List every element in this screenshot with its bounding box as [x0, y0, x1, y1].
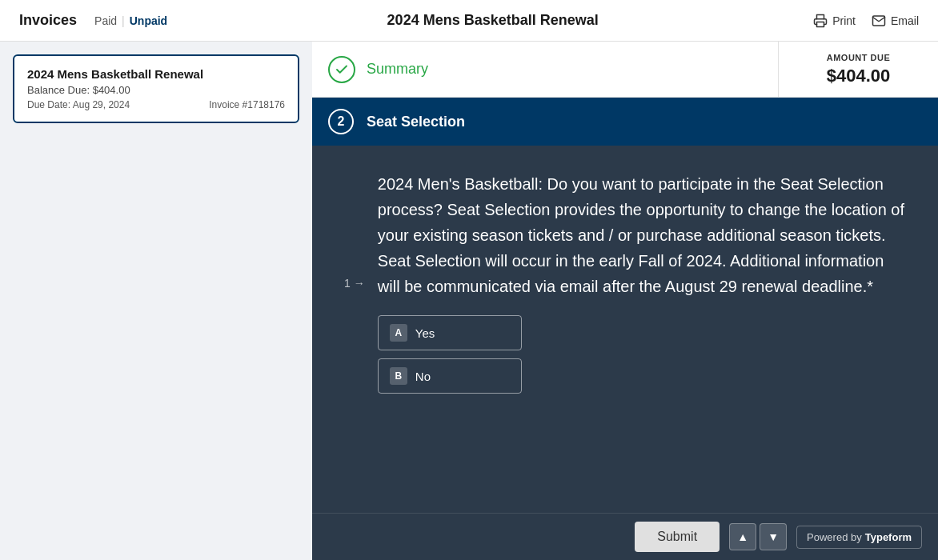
- step-number: 2: [328, 109, 354, 134]
- invoice-card[interactable]: 2024 Mens Basketball Renewal Balance Due…: [13, 54, 299, 123]
- main-layout: 2024 Mens Basketball Renewal Balance Due…: [0, 42, 938, 560]
- check-icon: [335, 62, 349, 77]
- invoice-number: Invoice #1718176: [209, 99, 285, 110]
- typeform-content: 1 → 2024 Men's Basketball: Do you want t…: [312, 146, 938, 513]
- arrow-icon: →: [354, 277, 365, 290]
- question-number: 1 →: [344, 171, 365, 394]
- email-button[interactable]: Email: [872, 14, 919, 28]
- submit-button[interactable]: Submit: [635, 522, 720, 552]
- seat-selection-header: 2 Seat Selection: [312, 98, 938, 146]
- check-circle: [328, 56, 355, 83]
- nav-arrows: ▲ ▼: [729, 523, 787, 550]
- nav-down-button[interactable]: ▼: [760, 523, 787, 550]
- paid-unpaid-filter: Paid | Unpaid: [90, 14, 172, 27]
- top-header: Invoices Paid | Unpaid 2024 Mens Basketb…: [0, 0, 938, 42]
- summary-left: Summary: [312, 43, 778, 96]
- option-no[interactable]: B No: [378, 358, 522, 394]
- email-icon: [872, 14, 886, 28]
- nav-down-icon: ▼: [768, 530, 779, 543]
- option-yes-label: Yes: [415, 326, 435, 340]
- header-actions: Print Email: [813, 14, 919, 28]
- nav-up-icon: ▲: [737, 530, 748, 543]
- invoice-card-balance: Balance Due: $404.00: [27, 84, 285, 96]
- page-title: 2024 Mens Basketball Renewal: [387, 12, 599, 29]
- option-yes[interactable]: A Yes: [378, 315, 522, 350]
- options-list: A Yes B No: [378, 315, 906, 394]
- option-no-label: No: [415, 370, 431, 383]
- nav-up-button[interactable]: ▲: [729, 523, 756, 550]
- option-key-b: B: [390, 367, 407, 385]
- summary-bar: Summary AMOUNT DUE $404.00: [312, 42, 938, 98]
- powered-by-brand: Typeform: [865, 531, 912, 543]
- question-content: 2024 Men's Basketball: Do you want to pa…: [378, 171, 906, 394]
- amount-due-box: AMOUNT DUE $404.00: [778, 42, 938, 97]
- unpaid-filter[interactable]: Unpaid: [125, 14, 172, 27]
- powered-by-prefix: Powered by: [807, 531, 862, 543]
- amount-due-value: $404.00: [798, 66, 919, 86]
- print-button[interactable]: Print: [813, 14, 856, 28]
- powered-by: Powered by Typeform: [796, 526, 922, 549]
- invoice-due-date: Due Date: Aug 29, 2024: [27, 99, 130, 110]
- invoice-card-meta: Due Date: Aug 29, 2024 Invoice #1718176: [27, 99, 285, 110]
- amount-due-title: AMOUNT DUE: [798, 53, 919, 62]
- svg-rect-0: [817, 22, 824, 26]
- question-block: 1 → 2024 Men's Basketball: Do you want t…: [344, 171, 906, 394]
- option-key-a: A: [390, 324, 407, 342]
- typeform-footer: Submit ▲ ▼ Powered by Typeform: [312, 513, 938, 560]
- invoices-title: Invoices: [19, 12, 77, 29]
- print-icon: [813, 14, 828, 28]
- question-text: 2024 Men's Basketball: Do you want to pa…: [378, 171, 906, 299]
- sidebar: 2024 Mens Basketball Renewal Balance Due…: [0, 42, 312, 560]
- invoice-card-title: 2024 Mens Basketball Renewal: [27, 67, 285, 81]
- paid-filter[interactable]: Paid: [90, 14, 122, 27]
- summary-label: Summary: [367, 61, 428, 78]
- content-area: Summary AMOUNT DUE $404.00 2 Seat Select…: [312, 42, 938, 560]
- email-label: Email: [891, 14, 919, 27]
- print-label: Print: [832, 14, 856, 27]
- seat-selection-title: Seat Selection: [367, 114, 465, 130]
